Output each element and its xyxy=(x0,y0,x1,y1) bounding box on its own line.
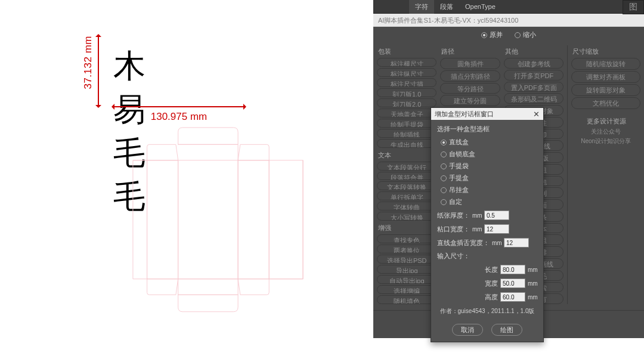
row-glue-width: 粘口宽度： mm xyxy=(437,224,537,234)
script-button[interactable]: 两者换位 xyxy=(377,244,436,253)
script-button[interactable]: 创建参考线 xyxy=(504,58,564,69)
script-button[interactable]: 圆角插件 xyxy=(440,58,500,69)
radio-custom[interactable]: 自定 xyxy=(441,197,537,206)
script-button[interactable]: 刻刀版1.0 xyxy=(377,88,436,97)
group-title: 其他 xyxy=(504,45,564,57)
arrow-up-icon xyxy=(98,36,99,72)
svg-rect-2 xyxy=(238,160,269,279)
script-button[interactable]: 导出jpg xyxy=(377,265,436,274)
script-button[interactable]: 生成出血线 xyxy=(377,139,436,148)
input-glue-width[interactable] xyxy=(484,224,509,234)
unit: mm xyxy=(472,212,482,219)
svg-rect-4 xyxy=(178,279,238,295)
cancel-button[interactable]: 取消 xyxy=(452,324,483,336)
panel-tabs: 字符 段落 OpenType 图 xyxy=(373,0,644,14)
script-button[interactable]: 随机填色 xyxy=(377,295,436,304)
row-paper-thickness: 纸张厚度： mm xyxy=(437,210,537,220)
label-width: 宽度 xyxy=(485,279,498,288)
unit: mm xyxy=(528,294,537,301)
script-button[interactable]: 绘制手提袋 xyxy=(377,119,436,128)
script-button[interactable]: 置入PDF多页面 xyxy=(504,82,564,92)
svg-rect-0 xyxy=(147,160,178,279)
script-button[interactable]: 大小写转换 xyxy=(377,212,436,221)
dialog-title: 增加盒型对话框窗口 xyxy=(435,110,494,119)
group-title: 文本 xyxy=(377,149,436,160)
unit: mm xyxy=(492,240,501,246)
tab-opentype[interactable]: OpenType xyxy=(459,1,501,13)
script-button[interactable]: 标注尺寸描 xyxy=(377,78,436,87)
radio-shrink[interactable]: 缩小 xyxy=(515,30,536,39)
script-button[interactable]: 调整对齐画板 xyxy=(571,71,640,83)
input-length[interactable] xyxy=(500,265,525,274)
script-button[interactable]: 等分路径 xyxy=(440,83,500,94)
svg-rect-1 xyxy=(178,160,238,279)
tab-character[interactable]: 字符 xyxy=(409,0,434,14)
group-title: 尺寸缩放 xyxy=(571,45,640,57)
arrow-horizontal-icon xyxy=(113,106,244,107)
input-width[interactable] xyxy=(500,278,525,288)
script-button[interactable]: 描点分割路径 xyxy=(440,70,500,82)
radio-straight-box[interactable]: 直线盒 xyxy=(441,138,537,147)
dialog-body: 选择一种盒型选框 直线盒 自锁底盒 手提袋 手提盒 吊挂盒 自定 纸张厚度： m… xyxy=(431,120,543,320)
script-button[interactable]: 文本段落分行 xyxy=(377,162,436,171)
radio-handbox[interactable]: 手提盒 xyxy=(441,174,537,182)
col-baozhuang: 包装 标注横尺寸 标注纵尺寸 标注尺寸描 刻刀版1.0 划刀版2.0 天地盖盒子… xyxy=(377,45,436,304)
script-button[interactable]: 旋转圆形对象 xyxy=(571,84,640,96)
script-button[interactable]: 单行拆单字 xyxy=(377,191,436,200)
script-button[interactable]: 选择导出PSD xyxy=(377,255,436,264)
label-length: 长度 xyxy=(485,265,498,274)
input-tongue-width[interactable] xyxy=(504,238,529,247)
input-paper-thickness[interactable] xyxy=(484,210,509,220)
group-title: 路径 xyxy=(440,45,500,57)
script-button[interactable]: 随机缩放旋转 xyxy=(571,58,640,70)
script-button[interactable]: 划刀版2.0 xyxy=(377,98,436,107)
script-button[interactable]: 条形码及二维码 xyxy=(504,93,564,104)
script-button[interactable]: 标注横尺寸 xyxy=(377,58,436,67)
radio-hangbox[interactable]: 吊挂盒 xyxy=(441,185,537,194)
radio-handbag[interactable]: 手提袋 xyxy=(441,162,537,171)
radio-dot-icon xyxy=(515,32,521,38)
radio-dot-icon xyxy=(441,140,447,146)
script-button[interactable]: 自动导出jpg xyxy=(377,275,436,284)
radio-label: 手提盒 xyxy=(449,174,469,182)
label-tongue: 直线盒插舌宽度： xyxy=(437,239,490,247)
close-icon[interactable]: ✕ xyxy=(533,110,540,119)
script-button[interactable]: 选择增编 xyxy=(377,285,436,294)
radio-dot-icon xyxy=(441,199,447,205)
radio-label: 吊挂盒 xyxy=(449,185,469,194)
script-button[interactable]: 天地盖盒子 xyxy=(377,109,436,117)
unit: mm xyxy=(528,267,537,273)
resources-sub: 关注公众号 xyxy=(571,128,640,136)
radio-label: 直线盒 xyxy=(449,138,469,147)
script-button[interactable]: 打开多页PDF xyxy=(504,70,564,81)
script-button[interactable]: 查找专色 xyxy=(377,234,436,243)
input-height[interactable] xyxy=(500,292,525,302)
col-resources: 尺寸缩放 随机缩放旋转 调整对齐画板 旋转圆形对象 文档优化 更多设计资源 关注… xyxy=(567,45,640,304)
script-button[interactable]: 文本段落转换 xyxy=(377,181,436,190)
row-length: 长度 mm xyxy=(437,265,537,274)
box-dieline xyxy=(110,126,325,341)
tab-paragraph[interactable]: 段落 xyxy=(434,0,459,14)
script-button[interactable]: 段落符合并 xyxy=(377,172,436,181)
radio-label: 手提袋 xyxy=(449,162,469,171)
script-button[interactable]: 文档优化 xyxy=(571,97,640,109)
row-height: 高度 mm xyxy=(437,292,537,302)
row-tongue-width: 直线盒插舌宽度： mm xyxy=(437,238,537,247)
dialog-titlebar[interactable]: 增加盒型对话框窗口 ✕ xyxy=(431,108,543,120)
unit: mm xyxy=(472,226,482,233)
artboard: 37.132 mm 木易毛毛 130.975 mm xyxy=(0,0,373,356)
label-glue: 粘口宽度： xyxy=(437,225,470,234)
radio-label: 自锁底盒 xyxy=(449,150,475,159)
script-button[interactable]: 字体转曲 xyxy=(377,202,436,210)
script-button[interactable]: 标注纵尺寸 xyxy=(377,68,436,77)
script-button[interactable]: 绘制插线 xyxy=(377,129,436,138)
radio-autolock-box[interactable]: 自锁底盒 xyxy=(441,150,537,159)
radio-dot-icon xyxy=(441,187,447,193)
draw-button[interactable]: 绘图 xyxy=(491,324,522,336)
panel-extra-icon[interactable]: 图 xyxy=(623,0,644,14)
radio-original[interactable]: 原并 xyxy=(481,30,503,39)
row-size-label: 输入尺寸： xyxy=(437,252,537,261)
radio-dot-icon xyxy=(441,175,447,181)
script-button[interactable]: 建立等分圆 xyxy=(440,95,500,106)
scale-mode-row: 原并 缩小 xyxy=(373,27,644,43)
